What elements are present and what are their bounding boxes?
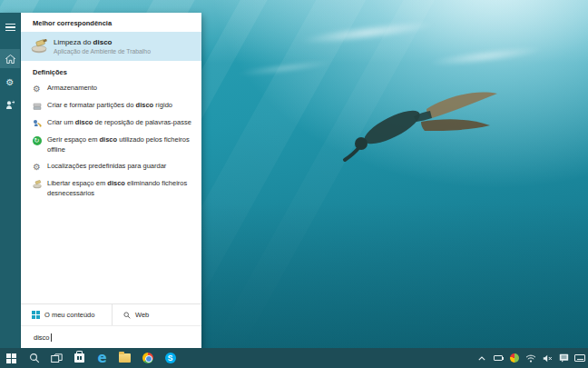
disk-cleanup-icon [31, 39, 47, 54]
gear-icon: ⚙ [32, 162, 42, 172]
search-button[interactable] [23, 348, 45, 368]
tab-my-content[interactable]: O meu conteúdo [21, 304, 113, 325]
edge-icon: e [97, 352, 106, 365]
settings-gear-icon[interactable]: ⚙ [0, 74, 20, 92]
task-view-button[interactable] [45, 348, 68, 368]
start-button[interactable] [0, 348, 23, 368]
best-match-header: Melhor correspondência [21, 13, 201, 32]
result-default-save-locations[interactable]: ⚙ Localizações predefinidas para guardar [21, 158, 201, 175]
result-password-reset-disk[interactable]: Criar um disco de reposição de palavras-… [21, 114, 201, 132]
settings-section-header: Definições [21, 61, 201, 80]
chevron-up-icon[interactable] [474, 348, 490, 368]
skype-button[interactable]: S [159, 348, 181, 368]
result-partitions[interactable]: Criar e formatar partições do disco rígi… [21, 97, 201, 114]
file-explorer-button[interactable] [113, 348, 136, 368]
top-result-title-bold: disco [93, 38, 113, 46]
feedback-icon[interactable] [0, 95, 20, 114]
wifi-icon[interactable] [523, 348, 539, 368]
result-offline-files[interactable]: ↻ Gerir espaço em disco utilizado pelos … [21, 132, 201, 158]
top-result-text: Limpeza do disco Aplicação de Ambiente d… [54, 38, 151, 55]
search-icon [123, 312, 131, 319]
top-result-subtitle: Aplicação de Ambiente de Trabalho [54, 48, 151, 55]
gear-icon: ⚙ [32, 84, 42, 94]
top-result-title: Limpeza do [54, 38, 93, 46]
chrome-icon [142, 353, 153, 363]
filter-tabs: O meu conteúdo Web [21, 303, 201, 325]
skype-icon: S [165, 353, 176, 363]
flyout-empty-area [21, 202, 201, 303]
tab-web[interactable]: Web [113, 304, 201, 325]
result-disk-cleanup[interactable]: Limpeza do disco Aplicação de Ambiente d… [21, 32, 201, 61]
tab-my-content-label: O meu conteúdo [44, 311, 94, 319]
home-icon[interactable] [0, 49, 20, 68]
chrome-button[interactable] [136, 348, 159, 368]
tray-app-icon[interactable] [506, 348, 523, 368]
desktop: ⚙ Melhor correspondência [0, 0, 588, 368]
result-storage[interactable]: ⚙ Armazenamento [21, 80, 201, 97]
volume-muted-icon[interactable] [539, 348, 555, 368]
touch-keyboard-icon[interactable] [572, 348, 588, 368]
store-icon [74, 353, 84, 363]
disk-cleanup-icon [32, 179, 42, 189]
search-icon [29, 353, 40, 363]
tab-web-label: Web [135, 311, 149, 319]
taskbar: e S [0, 348, 588, 368]
text-caret [51, 333, 52, 342]
disk-partition-icon [32, 101, 42, 111]
flyout-rail: ⚙ [0, 13, 20, 348]
search-input[interactable]: disco [21, 325, 201, 348]
battery-icon[interactable] [490, 348, 506, 368]
result-free-disk-space[interactable]: Libertar espaço em disco eliminando fich… [21, 175, 201, 202]
search-input-value: disco [34, 333, 50, 342]
flyout-content: Melhor correspondência Limpeza do disco … [20, 13, 201, 348]
task-view-icon [51, 353, 63, 363]
windows-logo-icon [6, 353, 16, 363]
edge-button[interactable]: e [91, 348, 113, 368]
offline-files-icon: ↻ [32, 135, 42, 145]
menu-icon[interactable] [0, 18, 20, 36]
password-key-icon [32, 118, 42, 128]
search-flyout: ⚙ Melhor correspondência [0, 13, 200, 348]
action-center-icon[interactable] [555, 348, 572, 368]
folder-icon [119, 353, 131, 363]
windows-logo-icon [32, 311, 40, 319]
store-button[interactable] [68, 348, 91, 368]
system-tray [474, 348, 588, 368]
